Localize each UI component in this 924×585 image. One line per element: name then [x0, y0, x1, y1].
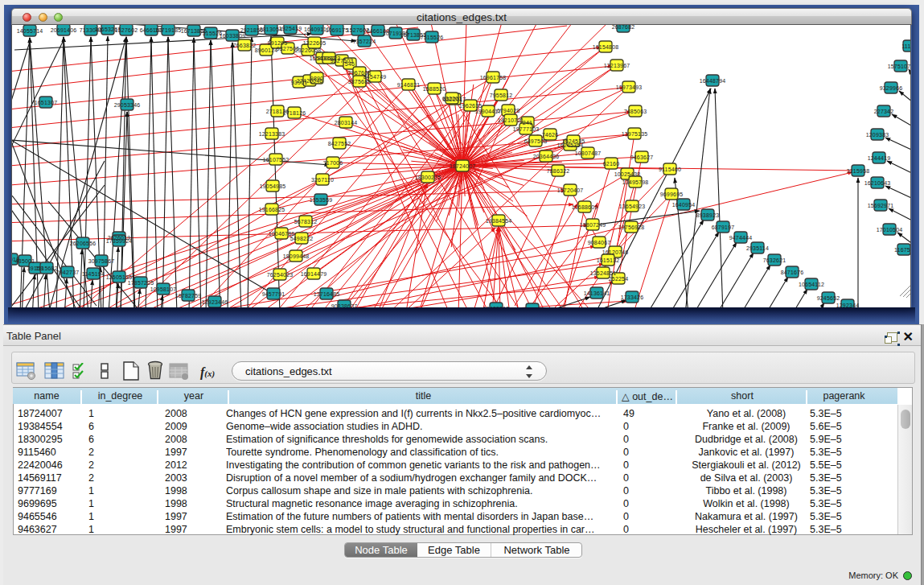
svg-text:1292344: 1292344 [836, 303, 860, 308]
svg-text:5498222: 5498222 [290, 236, 314, 241]
svg-text:891295: 891295 [268, 40, 288, 46]
svg-text:2942737: 2942737 [56, 270, 80, 275]
svg-text:23226058: 23226058 [295, 47, 322, 53]
svg-text:16210643: 16210643 [864, 180, 891, 186]
svg-text:6794028: 6794028 [497, 108, 520, 113]
svg-text:1244419: 1244419 [868, 155, 891, 161]
svg-text:13654923: 13654923 [619, 204, 646, 209]
svg-text:18099448: 18099448 [283, 253, 310, 259]
svg-text:10688609: 10688609 [572, 204, 598, 210]
svg-text:8471676: 8471676 [781, 270, 804, 275]
svg-text:8938923: 8938923 [696, 212, 720, 218]
svg-text:9146821: 9146821 [397, 82, 421, 88]
svg-text:1624535: 1624535 [562, 138, 585, 144]
svg-text:2803144: 2803144 [335, 120, 358, 126]
svg-text:252254: 252254 [609, 276, 629, 282]
svg-text:13524851: 13524851 [590, 270, 617, 276]
svg-text:2935114: 2935114 [746, 245, 769, 251]
svg-text:1353559: 1353559 [310, 197, 333, 203]
svg-text:13975135: 13975135 [622, 131, 648, 137]
svg-text:16448794: 16448794 [700, 78, 726, 84]
svg-text:12505135: 12505135 [106, 274, 133, 280]
svg-text:19054985: 19054985 [260, 183, 286, 189]
svg-text:10433218: 10433218 [483, 306, 510, 308]
svg-text:1733426: 1733426 [621, 295, 644, 300]
svg-text:13716485: 13716485 [314, 291, 340, 297]
svg-text:10654112: 10654112 [799, 282, 824, 287]
svg-text:8454749: 8454749 [363, 74, 387, 80]
svg-text:16120746: 16120746 [602, 249, 629, 255]
svg-text:9463627: 9463627 [630, 154, 654, 160]
svg-text:9084067: 9084067 [588, 240, 611, 245]
svg-text:546: 546 [345, 61, 355, 67]
svg-text:9474444: 9474444 [729, 235, 753, 241]
svg-text:16961758: 16961758 [480, 75, 507, 80]
svg-text:1209383: 1209383 [866, 132, 889, 138]
svg-text:10973493: 10973493 [616, 84, 643, 90]
svg-text:241: 241 [523, 120, 532, 126]
svg-text:9329966: 9329966 [880, 85, 903, 91]
svg-text:9600133: 9600133 [521, 307, 544, 308]
svg-text:76254023: 76254023 [267, 272, 294, 278]
svg-text:7357224: 7357224 [353, 39, 376, 44]
svg-text:20691406: 20691406 [51, 27, 77, 33]
svg-text:10958107: 10958107 [150, 286, 177, 292]
svg-text:15751074: 15751074 [888, 64, 911, 69]
svg-text:8427552: 8427552 [328, 141, 351, 146]
svg-text:1925419: 1925419 [279, 26, 302, 31]
svg-text:3875685: 3875685 [348, 79, 372, 84]
svg-text:1527602: 1527602 [115, 27, 138, 33]
svg-text:1651307: 1651307 [35, 100, 58, 105]
svg-text:17010504: 17010504 [877, 227, 903, 233]
svg-text:1615132: 1615132 [597, 257, 620, 263]
svg-text:6879197: 6879197 [712, 225, 735, 230]
svg-text:18300275: 18300275 [415, 175, 441, 180]
svg-text:9457791: 9457791 [262, 291, 285, 297]
svg-text:18724007: 18724007 [450, 163, 476, 169]
svg-text:8960124: 8960124 [255, 47, 278, 53]
svg-text:12213383: 12213383 [259, 131, 285, 137]
svg-text:90838637: 90838637 [331, 303, 358, 308]
svg-text:7663822: 7663822 [233, 43, 257, 48]
svg-text:16914479: 16914479 [301, 271, 327, 277]
svg-text:7515526: 7515526 [421, 35, 444, 40]
svg-text:9245652: 9245652 [817, 295, 840, 301]
svg-text:16782759: 16782759 [175, 293, 202, 299]
svg-text:30975867: 30975867 [88, 258, 115, 264]
svg-text:7886322: 7886322 [547, 168, 570, 174]
svg-text:13495798: 13495798 [622, 179, 649, 185]
svg-text:9115460: 9115460 [659, 167, 681, 172]
svg-text:3267110: 3267110 [311, 177, 334, 183]
svg-text:1322605: 1322605 [303, 40, 326, 46]
svg-text:1069175: 1069175 [326, 27, 349, 33]
svg-text:19384554: 19384554 [486, 218, 512, 224]
svg-text:19166825: 19166825 [259, 207, 285, 212]
svg-text:7485063: 7485063 [624, 109, 647, 114]
svg-text:62160: 62160 [603, 161, 619, 167]
svg-text:10025438: 10025438 [614, 171, 641, 177]
svg-text:10719185: 10719185 [155, 27, 182, 33]
svg-text:15720407: 15720407 [557, 187, 584, 193]
svg-text:16154808: 16154808 [593, 44, 619, 50]
svg-text:632201: 632201 [442, 96, 462, 101]
svg-text:12923446: 12923446 [202, 299, 228, 305]
svg-text:9699695: 9699695 [660, 192, 684, 197]
svg-text:9890: 9890 [310, 76, 323, 81]
svg-text:1640954: 1640954 [672, 202, 696, 208]
svg-text:2687682: 2687682 [612, 25, 635, 30]
svg-text:19756928: 19756928 [618, 225, 645, 230]
svg-text:317006: 317006 [323, 160, 343, 166]
svg-text:6497508: 6497508 [524, 138, 548, 144]
svg-text:18807249: 18807249 [580, 222, 606, 228]
svg-text:14136141: 14136141 [584, 290, 610, 296]
svg-text:5678312: 5678312 [294, 219, 318, 225]
svg-text:29053346: 29053346 [114, 102, 141, 108]
svg-text:10807487: 10807487 [575, 150, 602, 156]
svg-text:3215958: 3215958 [847, 168, 870, 174]
svg-text:17857225: 17857225 [128, 280, 154, 286]
svg-text:16107552: 16107552 [263, 157, 290, 163]
svg-text:11123: 11123 [901, 43, 911, 49]
svg-text:116753: 116753 [894, 247, 911, 253]
svg-text:227342: 227342 [874, 109, 894, 114]
svg-text:1145194: 1145194 [82, 271, 105, 277]
